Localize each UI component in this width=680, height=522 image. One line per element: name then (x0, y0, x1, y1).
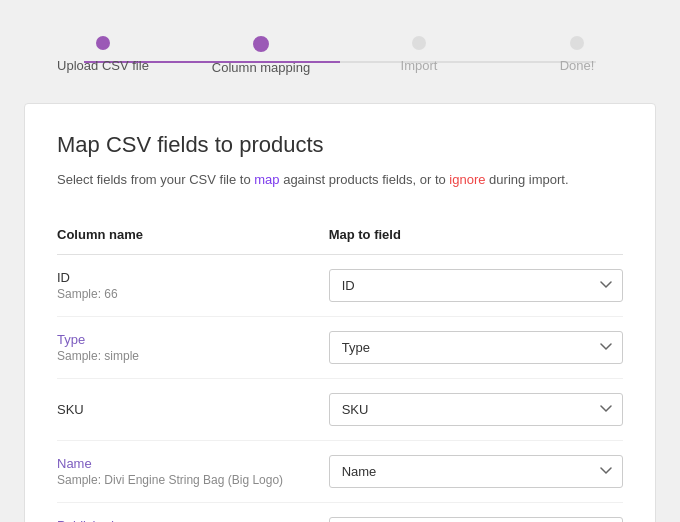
card-title: Map CSV fields to products (57, 132, 623, 158)
stepper-steps: Upload CSV file Column mapping Import Do… (24, 36, 656, 75)
field-select-row-published[interactable]: IDTypeSKUNamePublished— Do not import — (329, 517, 623, 522)
field-sample-row-type: Sample: simple (57, 349, 329, 363)
step-dot-import (412, 36, 426, 50)
col-name-row-id: IDSample: 66 (57, 270, 329, 301)
step-label-upload: Upload CSV file (57, 58, 149, 73)
field-sample-row-name: Sample: Divi Engine String Bag (Big Logo… (57, 473, 329, 487)
field-name-row-id: ID (57, 270, 329, 285)
col-name-row-name: NameSample: Divi Engine String Bag (Big … (57, 456, 329, 487)
subtitle-mid: against products fields, or to (280, 172, 450, 187)
col-map-row-type: IDTypeSKUNamePublished— Do not import — (329, 331, 623, 364)
field-select-row-sku[interactable]: IDTypeSKUNamePublished— Do not import — (329, 393, 623, 426)
step-label-import: Import (401, 58, 438, 73)
subtitle-ignore: ignore (449, 172, 485, 187)
col-map-row-name: IDTypeSKUNamePublished— Do not import — (329, 455, 623, 488)
stepper: Upload CSV file Column mapping Import Do… (24, 20, 656, 103)
field-name-row-published: Published (57, 518, 329, 522)
step-label-mapping: Column mapping (212, 60, 310, 75)
col-map-row-id: IDTypeSKUNamePublished— Do not import — (329, 269, 623, 302)
step-mapping: Column mapping (182, 36, 340, 75)
subtitle-post: during import. (486, 172, 569, 187)
table-row: TypeSample: simpleIDTypeSKUNamePublished… (57, 317, 623, 379)
field-select-row-id[interactable]: IDTypeSKUNamePublished— Do not import — (329, 269, 623, 302)
table-row: NameSample: Divi Engine String Bag (Big … (57, 441, 623, 503)
field-select-row-name[interactable]: IDTypeSKUNamePublished— Do not import — (329, 455, 623, 488)
step-import: Import (340, 36, 498, 75)
col-map-header: Map to field (329, 227, 623, 242)
table-row: PublishedSample: 1IDTypeSKUNamePublished… (57, 503, 623, 522)
field-select-row-type[interactable]: IDTypeSKUNamePublished— Do not import — (329, 331, 623, 364)
col-name-row-type: TypeSample: simple (57, 332, 329, 363)
col-name-row-published: PublishedSample: 1 (57, 518, 329, 522)
step-upload: Upload CSV file (24, 36, 182, 75)
field-name-row-type: Type (57, 332, 329, 347)
step-dot-done (570, 36, 584, 50)
field-name-row-name: Name (57, 456, 329, 471)
table-row: SKUIDTypeSKUNamePublished— Do not import… (57, 379, 623, 441)
page-wrapper: Upload CSV file Column mapping Import Do… (0, 0, 680, 522)
table-row: IDSample: 66IDTypeSKUNamePublished— Do n… (57, 255, 623, 317)
field-name-row-sku: SKU (57, 402, 329, 417)
col-name-header: Column name (57, 227, 329, 242)
table-header: Column name Map to field (57, 215, 623, 255)
col-map-row-sku: IDTypeSKUNamePublished— Do not import — (329, 393, 623, 426)
subtitle-pre: Select fields from your CSV file to (57, 172, 254, 187)
card-subtitle: Select fields from your CSV file to map … (57, 170, 623, 191)
subtitle-map: map (254, 172, 279, 187)
main-card: Map CSV fields to products Select fields… (24, 103, 656, 522)
step-done: Done! (498, 36, 656, 75)
table-body: IDSample: 66IDTypeSKUNamePublished— Do n… (57, 255, 623, 522)
step-label-done: Done! (560, 58, 595, 73)
step-dot-upload (96, 36, 110, 50)
col-map-row-published: IDTypeSKUNamePublished— Do not import — (329, 517, 623, 522)
field-sample-row-id: Sample: 66 (57, 287, 329, 301)
col-name-row-sku: SKU (57, 402, 329, 417)
step-dot-mapping (253, 36, 269, 52)
